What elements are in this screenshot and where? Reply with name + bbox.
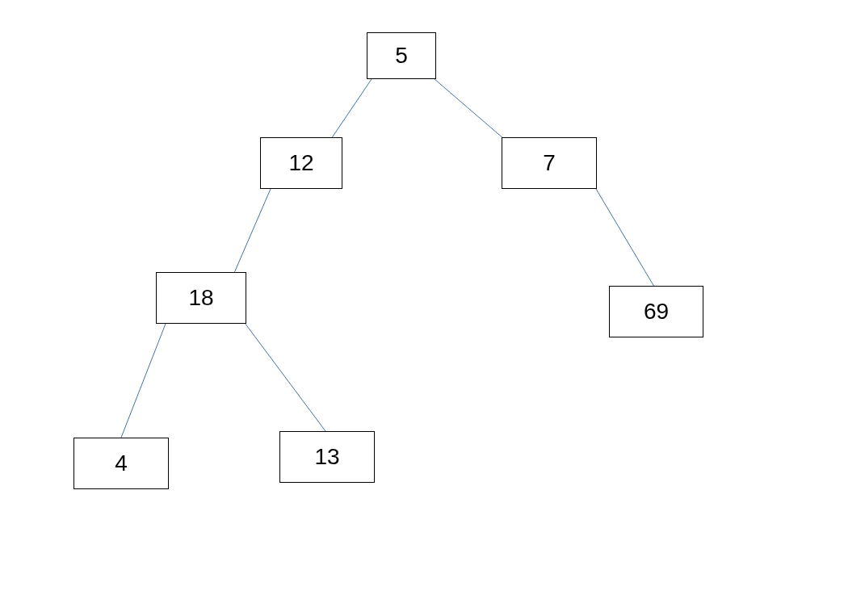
node-left1: 12 bbox=[260, 137, 342, 189]
node-leafL: 4 bbox=[73, 438, 169, 489]
edge-right1-right2 bbox=[596, 189, 654, 287]
node-leafR: 13 bbox=[279, 431, 375, 483]
edge-root-left1 bbox=[331, 79, 372, 139]
edge-left2-leafR bbox=[245, 323, 325, 431]
tree-diagram: 5 12 7 18 69 4 13 bbox=[0, 0, 844, 616]
node-left2: 18 bbox=[156, 272, 246, 324]
node-label: 7 bbox=[543, 150, 556, 176]
node-label: 69 bbox=[644, 299, 669, 325]
tree-edges bbox=[0, 0, 844, 616]
node-root: 5 bbox=[367, 32, 436, 79]
edge-left2-leafL bbox=[121, 324, 166, 438]
edge-root-right1 bbox=[435, 79, 504, 139]
node-right2: 69 bbox=[609, 286, 703, 337]
node-label: 13 bbox=[314, 444, 339, 470]
node-label: 5 bbox=[395, 43, 408, 69]
edge-left1-left2 bbox=[234, 189, 271, 273]
node-label: 4 bbox=[115, 450, 128, 476]
node-label: 12 bbox=[288, 150, 313, 176]
node-label: 18 bbox=[188, 285, 213, 311]
node-right1: 7 bbox=[502, 137, 597, 189]
